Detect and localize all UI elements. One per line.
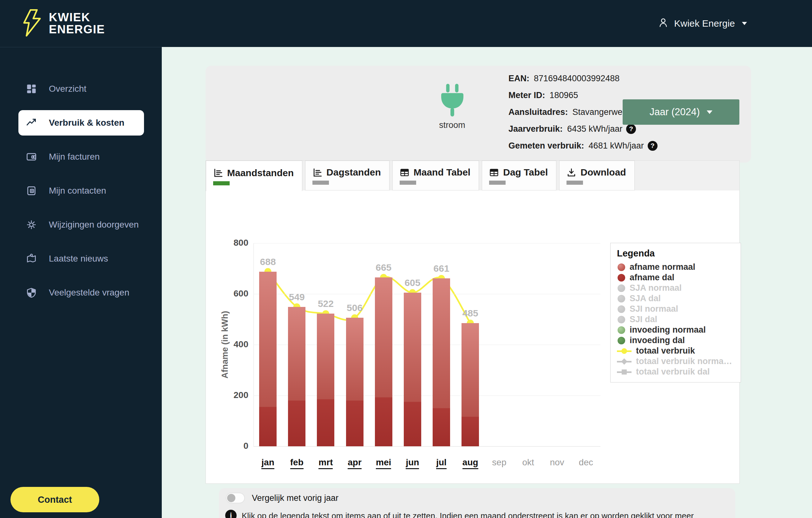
legend-item-label: afname dal xyxy=(630,273,674,282)
help-icon[interactable]: ? xyxy=(626,124,636,134)
bar-segment-afname-dal xyxy=(462,417,479,446)
legend-marker-circle xyxy=(617,316,625,323)
year-dropdown-label: Jaar (2024) xyxy=(649,106,700,118)
gridline-0 xyxy=(254,446,601,446)
legend-item-totaal-verbruik-norma[interactable]: totaal verbruik norma… xyxy=(617,356,741,366)
sidebar-item-laatste-nieuws[interactable]: Laatste nieuws xyxy=(19,246,144,271)
meter-field-label: EAN: xyxy=(509,74,529,83)
sidebar-nav: OverzichtVerbruik & kostenMijn facturenM… xyxy=(0,76,162,305)
sidebar: OverzichtVerbruik & kostenMijn facturenM… xyxy=(0,47,162,518)
tab-dag-tabel[interactable]: Dag Tabel xyxy=(482,161,556,190)
bar-segment-afname-normaal xyxy=(375,277,393,398)
sidebar-item-overzicht[interactable]: Overzicht xyxy=(19,76,144,102)
dashboard-icon xyxy=(26,83,37,94)
sidebar-item-label: Mijn facturen xyxy=(49,152,99,162)
tab-indicator xyxy=(567,181,583,185)
contact-button[interactable]: Contact xyxy=(10,487,99,512)
tab-maand-tabel[interactable]: Maand Tabel xyxy=(393,161,479,190)
month-label-feb[interactable]: feb xyxy=(282,457,311,470)
legend-item-afname-normaal[interactable]: afname normaal xyxy=(617,262,741,272)
tab-label: Maand Tabel xyxy=(414,167,470,178)
legend-item-label: invoeding dal xyxy=(630,335,685,345)
sidebar-item-mijn-facturen[interactable]: Mijn facturen xyxy=(19,144,144,169)
y-tick-label: 200 xyxy=(215,390,249,401)
tab-indicator xyxy=(313,181,329,185)
help-icon[interactable]: ? xyxy=(648,141,658,151)
month-label-text: apr xyxy=(348,457,361,469)
info-icon: i xyxy=(225,510,237,518)
legend-item-label: totaal verbruik xyxy=(636,346,695,356)
meter-field-label: Gemeten verbruik: xyxy=(509,141,584,151)
meter-field-label: Jaarverbruik: xyxy=(509,124,563,134)
legend-marker-square xyxy=(622,370,627,375)
bar-segment-afname-dal xyxy=(288,401,306,446)
user-menu[interactable]: Kwiek Energie xyxy=(658,17,747,30)
legend-item-invoeding-dal[interactable]: invoeding dal xyxy=(617,335,741,346)
meter-type-label: stroom xyxy=(437,120,467,130)
bar-value-label: 665 xyxy=(365,262,403,273)
month-label-jun[interactable]: jun xyxy=(398,457,427,470)
month-label-apr[interactable]: apr xyxy=(340,457,369,470)
bar-mrt xyxy=(317,313,334,446)
legend-marker-line-circle xyxy=(617,347,632,355)
legend-item-afname-dal[interactable]: afname dal xyxy=(617,272,741,283)
brand-name: KWIEK ENERGIE xyxy=(49,11,105,35)
legend-item-totaal-verbruik-dal[interactable]: totaal verbruik dal xyxy=(617,366,741,377)
tab-dagstanden[interactable]: Dagstanden xyxy=(305,161,389,190)
topbar: KWIEK ENERGIE Kwiek Energie xyxy=(0,0,812,47)
legend-item-sji-dal[interactable]: SJI dal xyxy=(617,314,741,325)
bar-segment-afname-normaal xyxy=(462,323,479,417)
month-label-aug[interactable]: aug xyxy=(456,457,485,470)
sidebar-item-mijn-contacten[interactable]: Mijn contacten xyxy=(19,178,144,203)
month-label-sep: sep xyxy=(485,457,514,470)
gear-icon xyxy=(26,219,37,230)
month-label-dec: dec xyxy=(572,457,601,470)
tab-download[interactable]: Download xyxy=(559,161,634,190)
legend-box: Legenda afname normaalafname dalSJA norm… xyxy=(610,243,741,382)
month-label-text: mrt xyxy=(318,457,333,469)
bar-aug xyxy=(462,323,479,446)
meter-type: stroom xyxy=(437,83,467,130)
table-icon xyxy=(489,168,499,178)
bar-segment-afname-normaal xyxy=(404,293,421,402)
compare-toggle[interactable] xyxy=(226,493,245,503)
legend-item-sja-dal[interactable]: SJA dal xyxy=(617,293,741,304)
bar-segment-afname-dal xyxy=(317,399,334,446)
year-dropdown-button[interactable]: Jaar (2024) xyxy=(622,99,740,125)
sidebar-item-veelgestelde-vragen[interactable]: Veelgestelde vragen xyxy=(19,280,144,305)
legend-item-label: afname normaal xyxy=(630,262,695,272)
month-label-text: mei xyxy=(376,457,391,469)
shield-icon xyxy=(26,287,37,298)
meter-field-value: 180965 xyxy=(550,90,578,100)
legend-item-sja-normaal[interactable]: SJA normaal xyxy=(617,283,741,293)
sidebar-item-label: Laatste nieuws xyxy=(49,254,108,264)
tab-main: Dag Tabel xyxy=(489,167,548,178)
bar-segment-afname-normaal xyxy=(259,272,277,407)
legend-items: afname normaalafname dalSJA normaalSJA d… xyxy=(617,262,741,377)
sidebar-item-verbruik-kosten[interactable]: Verbruik & kosten xyxy=(19,110,144,136)
bar-segment-afname-dal xyxy=(346,401,364,446)
bar-segment-afname-normaal xyxy=(346,318,364,401)
month-label-jan[interactable]: jan xyxy=(254,457,282,470)
brand-logo[interactable]: KWIEK ENERGIE xyxy=(22,8,105,38)
sidebar-item-wijzigingen-doorgeven[interactable]: Wijzigingen doorgeven xyxy=(19,212,144,238)
tab-indicator xyxy=(489,181,505,185)
tab-main: Dagstanden xyxy=(313,167,381,178)
legend-item-label: invoeding normaal xyxy=(630,325,706,335)
legend-item-label: totaal verbruik norma… xyxy=(636,356,732,366)
gridline-800 xyxy=(254,243,601,243)
legend-item-invoeding-normaal[interactable]: invoeding normaal xyxy=(617,325,741,335)
month-label-mrt[interactable]: mrt xyxy=(311,457,340,470)
legend-marker-circle xyxy=(617,305,625,313)
month-label-text: dec xyxy=(579,457,593,468)
meter-field-value: 871694840003992488 xyxy=(534,74,619,83)
month-label-mei[interactable]: mei xyxy=(369,457,398,470)
user-name: Kwiek Energie xyxy=(674,18,735,29)
month-label-jul[interactable]: jul xyxy=(427,457,456,470)
legend-item-totaal-verbruik[interactable]: totaal verbruik xyxy=(617,346,741,356)
legend-item-sji-normaal[interactable]: SJI normaal xyxy=(617,304,741,314)
month-label-text: nov xyxy=(550,457,564,468)
compare-toggle-label: Vergelijk met vorig jaar xyxy=(252,493,339,503)
tab-maandstanden[interactable]: Maandstanden xyxy=(206,161,302,191)
sidebar-item-label: Wijzigingen doorgeven xyxy=(49,220,139,230)
